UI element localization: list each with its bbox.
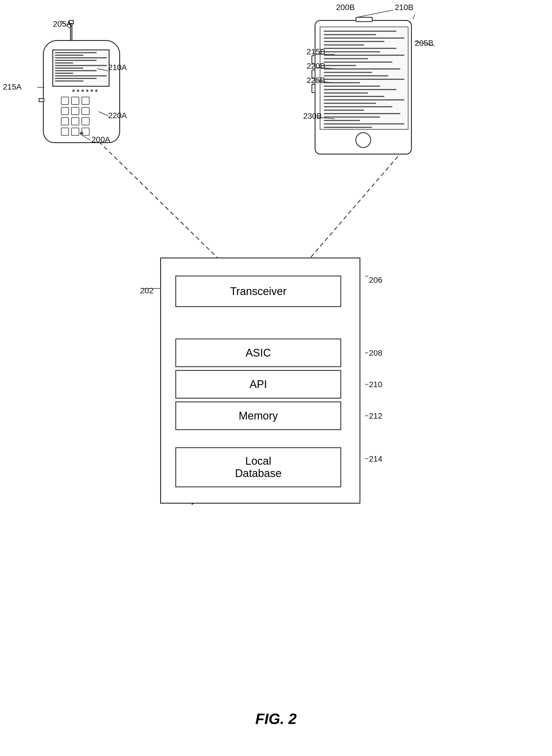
screen-line [55,68,84,69]
device-b-top-port [356,17,373,22]
label-220a: 220A [108,111,127,120]
api-label: API [244,373,273,396]
svg-line-12 [358,10,393,17]
screen-line [55,57,107,58]
svg-line-1 [303,140,412,266]
label-225b: 225B [307,76,325,85]
label-200a: 200A [92,135,110,144]
asic-label: ASIC [240,341,277,365]
label-202: 202 [140,286,154,295]
svg-line-0 [89,132,226,266]
device-a-dots [73,90,98,92]
label-210: 210 [369,380,382,389]
screen-line [55,52,97,53]
label-214: 214 [369,455,382,464]
label-215b: 215B [307,47,325,56]
device-a-body [43,40,120,143]
label-208: 208 [369,349,382,358]
device-b-body [315,20,412,154]
device-b-screen [320,27,408,130]
label-206: 206 [369,275,382,285]
svg-line-17 [413,14,415,19]
key [71,97,79,105]
dot [91,90,93,92]
label-210b: 210B [395,3,413,12]
screen-line [55,81,84,82]
device-a-bottom-dot [80,132,83,135]
key [61,107,69,115]
api-box: API [175,370,341,399]
key [82,107,90,115]
dot [95,90,98,92]
figure-caption: FIG. 2 [255,710,297,727]
device-b-home-button [356,132,371,148]
dot [82,90,84,92]
dot [77,90,79,92]
database-label: Local Database [229,449,287,485]
key [82,117,90,125]
screen-line [55,55,84,56]
label-212: 212 [369,411,382,421]
label-205a: 205A [53,19,72,29]
central-box: Transceiver ASIC API Memory Local Databa… [160,258,361,504]
key [82,97,90,105]
key [71,107,79,115]
device-a-screen [52,49,110,87]
memory-box: Memory [175,401,341,430]
label-210a: 210A [108,63,127,72]
key [71,128,79,136]
label-205b: 205B [415,39,433,48]
key [61,97,69,105]
screen-line [55,62,73,64]
transceiver-label: Transceiver [224,279,292,303]
screen-line [55,73,73,74]
database-box: Local Database [175,447,341,487]
device-a-port [39,98,44,102]
diagram: 205A 210A 215A 220A 200A [0,0,552,756]
screen-line [55,60,97,61]
transceiver-box: Transceiver [175,275,341,307]
device-b-side-btn-3 [311,84,315,93]
dot [73,90,75,92]
key [71,117,79,125]
device-a [37,23,129,143]
asic-box: ASIC [175,339,341,367]
screen-line [55,78,97,79]
dot [86,90,88,92]
screen-line [55,75,107,77]
label-215a: 215A [3,83,21,92]
label-200b: 200B [336,3,355,12]
memory-label: Memory [233,404,283,428]
label-220b: 220B [307,61,325,71]
label-230b: 230B [303,112,322,121]
screen-line [55,70,97,71]
device-a-keypad [61,97,90,136]
screen-line [55,65,107,66]
key [61,117,69,125]
key [61,128,69,136]
